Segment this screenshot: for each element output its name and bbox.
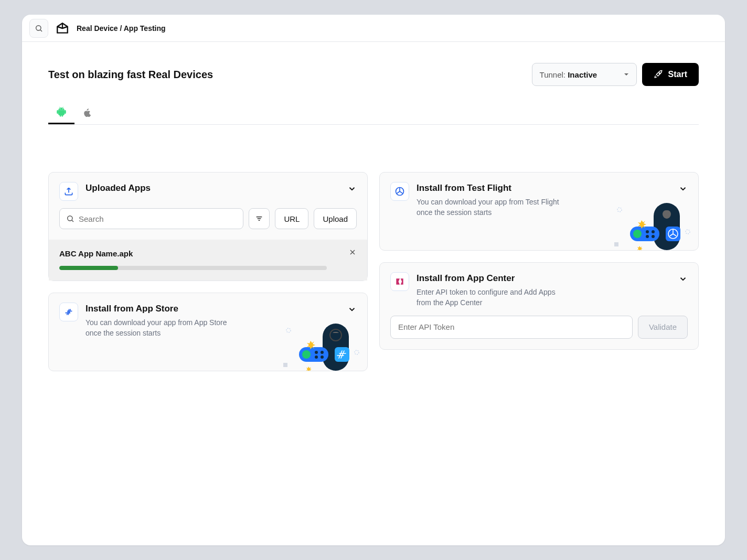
filter-icon — [255, 214, 263, 223]
svg-point-19 — [321, 356, 324, 359]
svg-rect-23 — [283, 363, 287, 367]
upload-button[interactable]: Upload — [314, 208, 357, 229]
svg-point-31 — [652, 235, 655, 238]
appstore-icon — [59, 303, 78, 321]
svg-point-2 — [659, 73, 660, 74]
svg-point-35 — [686, 230, 690, 234]
search-icon — [66, 214, 74, 223]
tab-android[interactable] — [48, 101, 74, 124]
breadcrumb: Real Device / App Testing — [77, 24, 166, 33]
app-store-sub: You can download your app from App Store… — [86, 317, 238, 339]
progress-fill — [59, 266, 118, 270]
expand-uploaded[interactable] — [347, 184, 357, 196]
expand-testflight[interactable] — [678, 184, 688, 196]
app-store-card: Install from App Store You can download … — [48, 293, 368, 371]
svg-point-28 — [646, 230, 649, 233]
upload-icon — [59, 182, 78, 201]
upload-progress-item: ABC App Name.apk — [49, 240, 367, 281]
testflight-title: Install from Test Flight — [417, 183, 688, 193]
expand-appcenter[interactable] — [678, 274, 688, 286]
close-icon — [348, 248, 357, 256]
svg-point-17 — [321, 351, 324, 354]
logo: Real Device / App Testing — [56, 21, 166, 35]
svg-point-16 — [315, 351, 318, 354]
svg-point-4 — [62, 109, 63, 109]
apple-icon — [82, 107, 92, 119]
header-actions: Tunnel: Inactive Start — [532, 63, 699, 86]
svg-point-18 — [315, 356, 318, 359]
svg-rect-14 — [299, 347, 328, 362]
left-column: Uploaded Apps U — [48, 172, 368, 371]
svg-rect-32 — [666, 227, 680, 241]
app-store-title: Install from App Store — [86, 304, 357, 314]
chevron-down-icon — [678, 184, 688, 193]
expand-appstore[interactable] — [347, 305, 357, 316]
tunnel-select[interactable]: Tunnel: Inactive — [532, 63, 637, 86]
svg-point-27 — [633, 230, 642, 238]
testflight-icon — [390, 182, 409, 201]
testflight-sub: You can download your app from Test Flig… — [417, 197, 569, 218]
api-token-row: Validate — [380, 316, 698, 349]
svg-point-22 — [355, 350, 359, 354]
search-input[interactable] — [79, 214, 237, 223]
start-button[interactable]: Start — [642, 63, 699, 86]
svg-line-6 — [72, 220, 73, 222]
tunnel-value: Inactive — [568, 70, 597, 79]
svg-point-29 — [652, 230, 655, 233]
header-row: Test on blazing fast Real Devices Tunnel… — [48, 63, 699, 86]
chevron-down-icon — [347, 184, 357, 193]
api-token-input[interactable] — [390, 316, 633, 339]
caret-down-icon — [624, 72, 629, 77]
svg-point-15 — [302, 350, 311, 359]
svg-rect-26 — [630, 227, 659, 241]
right-column: Install from Test Flight You can downloa… — [379, 172, 699, 371]
android-icon — [56, 106, 67, 117]
cancel-upload-button[interactable] — [348, 248, 357, 259]
search-field[interactable] — [59, 208, 243, 229]
appcenter-icon — [390, 272, 409, 291]
validate-button[interactable]: Validate — [638, 316, 688, 339]
url-button[interactable]: URL — [275, 208, 308, 229]
appcenter-sub: Enter API token to configure and Add App… — [417, 287, 569, 308]
upload-file-name: ABC App Name.apk — [59, 249, 133, 258]
appcenter-card: Install from App Center Enter API token … — [379, 262, 699, 350]
tab-apple[interactable] — [74, 101, 100, 124]
svg-point-30 — [646, 235, 649, 238]
search-icon — [35, 24, 43, 33]
chevron-down-icon — [347, 305, 357, 314]
svg-point-33 — [668, 229, 678, 239]
cards-grid: Uploaded Apps U — [48, 172, 699, 371]
tunnel-label: Tunnel: — [540, 70, 565, 79]
svg-rect-20 — [335, 347, 349, 362]
svg-point-0 — [36, 25, 41, 30]
svg-point-5 — [68, 216, 72, 221]
svg-point-3 — [60, 109, 60, 109]
page-title: Test on blazing fast Real Devices — [48, 69, 213, 81]
uploaded-toolbar: URL Upload — [49, 208, 367, 240]
filter-button[interactable] — [249, 208, 270, 229]
topbar: Real Device / App Testing — [22, 15, 725, 42]
global-search-button[interactable] — [29, 19, 48, 38]
uploaded-apps-title: Uploaded Apps — [86, 183, 357, 193]
content: Test on blazing fast Real Devices Tunnel… — [22, 42, 725, 545]
brand-logo-icon — [56, 21, 69, 35]
appcenter-title: Install from App Center — [417, 273, 688, 284]
svg-rect-36 — [614, 242, 618, 246]
rocket-icon — [654, 70, 663, 79]
chevron-down-icon — [678, 274, 688, 284]
app-window: Real Device / App Testing Test on blazin… — [22, 15, 725, 545]
platform-tabs — [48, 101, 699, 125]
testflight-card: Install from Test Flight You can downloa… — [379, 172, 699, 251]
progress-track — [59, 266, 327, 270]
start-label: Start — [668, 70, 687, 79]
uploaded-apps-card: Uploaded Apps U — [48, 172, 368, 281]
svg-line-1 — [40, 30, 42, 31]
